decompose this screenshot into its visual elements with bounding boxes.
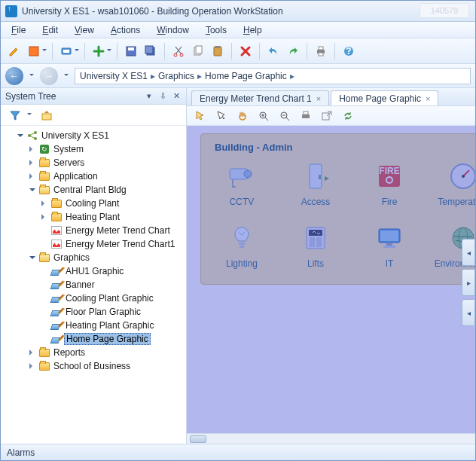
tree-label[interactable]: University X ES1 xyxy=(40,130,111,141)
tree-row[interactable]: Home Page Graphic xyxy=(4,332,186,346)
alarms-bar[interactable]: Alarms xyxy=(1,444,475,460)
tree-label[interactable]: Application xyxy=(52,171,99,182)
tree-row[interactable]: ↻System xyxy=(4,142,186,156)
dropdown-icon[interactable] xyxy=(41,42,47,60)
tile-it[interactable]: IT xyxy=(362,221,416,269)
new-button[interactable] xyxy=(90,42,108,60)
tile-lifts[interactable]: Lifts xyxy=(288,221,343,269)
dropdown-icon[interactable] xyxy=(74,42,80,60)
tree-label[interactable]: Energy Meter Trend Chart1 xyxy=(64,239,176,249)
tree-row[interactable]: Heating Plant Graphic xyxy=(4,319,186,332)
panel-menu-icon[interactable]: ▾ xyxy=(144,91,154,102)
tree-expander-icon[interactable] xyxy=(28,253,37,262)
tree-expander-icon[interactable] xyxy=(40,212,49,221)
help-button[interactable]: ? xyxy=(340,42,358,60)
menu-tools[interactable]: Tools xyxy=(201,23,231,37)
menu-view[interactable]: View xyxy=(70,23,99,37)
menu-file[interactable]: File xyxy=(7,23,30,37)
tree-row[interactable]: Graphics xyxy=(4,251,186,264)
tree-label[interactable]: System xyxy=(52,144,85,154)
menu-window[interactable]: Window xyxy=(152,23,194,37)
print-graphic-icon[interactable] xyxy=(297,107,315,125)
tree-label[interactable]: Central Plant Bldg xyxy=(52,185,128,195)
tree-row[interactable]: Cooling Plant xyxy=(4,197,186,210)
tree-expander-icon[interactable] xyxy=(28,185,37,194)
tile-access[interactable]: Access xyxy=(288,159,343,207)
tree-row[interactable]: School of Business xyxy=(4,359,186,373)
tree-row[interactable]: Servers xyxy=(4,156,186,169)
tree-row[interactable]: Floor Plan Graphic xyxy=(4,305,186,319)
tree-expander-icon[interactable] xyxy=(28,362,37,371)
breadcrumb-segment[interactable]: Home Page Graphic xyxy=(205,71,287,81)
menu-edit[interactable]: Edit xyxy=(38,23,63,37)
tab-close-icon[interactable]: × xyxy=(426,94,430,103)
tree-expander-icon[interactable] xyxy=(28,158,37,167)
delete-button[interactable] xyxy=(236,42,255,60)
dock-handle[interactable]: ◂ xyxy=(462,239,475,266)
tile-fire[interactable]: FIREFire xyxy=(362,159,416,207)
tab[interactable]: Home Page Graphic× xyxy=(331,90,438,105)
tree-label[interactable]: Cooling Plant xyxy=(64,198,121,209)
tree-expander-icon[interactable] xyxy=(28,145,37,154)
tree-label[interactable]: Cooling Plant Graphic xyxy=(64,293,155,304)
menu-actions[interactable]: Actions xyxy=(106,23,145,37)
zoom-in-icon[interactable] xyxy=(255,107,273,125)
tab[interactable]: Energy Meter Trend Chart 1× xyxy=(191,90,329,105)
tree-expander-icon[interactable] xyxy=(28,172,37,181)
export-icon[interactable] xyxy=(318,107,336,125)
menu-help[interactable]: Help xyxy=(239,23,267,37)
tree-row[interactable]: Central Plant Bldg xyxy=(4,183,186,197)
redo-button[interactable] xyxy=(284,42,302,60)
refresh-icon[interactable] xyxy=(339,107,357,125)
tile-cctv[interactable]: CCTV xyxy=(215,159,269,207)
system-tree[interactable]: University X ES1↻SystemServersApplicatio… xyxy=(1,126,186,444)
color-swatch-button[interactable] xyxy=(25,42,43,60)
filter-button[interactable] xyxy=(5,107,25,124)
tree-row[interactable]: Energy Meter Trend Chart1 xyxy=(4,237,186,251)
tree-label[interactable]: Graphics xyxy=(52,252,91,263)
cut-button[interactable] xyxy=(169,42,188,60)
tree-row[interactable]: Reports xyxy=(4,346,186,359)
zoom-out-icon[interactable] xyxy=(276,107,294,125)
edit-pencil-button[interactable] xyxy=(5,42,23,60)
paste-button[interactable] xyxy=(209,42,227,60)
breadcrumb-segment[interactable]: Graphics xyxy=(158,71,194,81)
dock-handle[interactable]: ◂ xyxy=(462,299,475,326)
tree-label[interactable]: Energy Meter Trend Chart xyxy=(64,225,172,236)
save-button[interactable] xyxy=(122,42,140,60)
undo-button[interactable] xyxy=(264,42,282,60)
pan-tool-icon[interactable] xyxy=(233,107,252,125)
panel-pin-icon[interactable]: ⇩ xyxy=(157,91,168,102)
tree-expander-icon[interactable] xyxy=(16,131,25,140)
nav-back-button[interactable]: ← xyxy=(5,67,23,85)
nav-forward-menu[interactable] xyxy=(63,67,70,85)
tile-temperature[interactable]: Temperature xyxy=(436,159,475,207)
tile-lighting[interactable]: Lighting xyxy=(215,221,269,269)
tree-row[interactable]: University X ES1 xyxy=(4,129,186,142)
dropdown-icon[interactable] xyxy=(26,106,32,124)
tree-label[interactable]: Floor Plan Graphic xyxy=(64,307,142,317)
select-tool-icon[interactable] xyxy=(212,107,230,125)
scrollbar-thumb[interactable] xyxy=(190,435,206,443)
tree-label[interactable]: School of Business xyxy=(52,361,132,371)
tree-row[interactable]: AHU1 Graphic xyxy=(4,264,186,278)
pointer-tool-icon[interactable] xyxy=(191,107,209,125)
tree-expander-icon[interactable] xyxy=(40,199,49,208)
tree-label[interactable]: Home Page Graphic xyxy=(64,333,151,345)
tree-row[interactable]: Application xyxy=(4,169,186,183)
tab-close-icon[interactable]: × xyxy=(316,94,321,103)
tree-label[interactable]: Banner xyxy=(64,279,96,290)
breadcrumb-segment[interactable]: University X ES1 xyxy=(80,71,148,81)
dock-handle[interactable]: ▸ xyxy=(462,269,475,296)
tree-label[interactable]: AHU1 Graphic xyxy=(64,266,125,276)
panel-close-icon[interactable]: ✕ xyxy=(171,91,182,102)
horizontal-scrollbar[interactable] xyxy=(187,433,475,444)
dropdown-icon[interactable] xyxy=(106,42,112,60)
tree-label[interactable]: Heating Plant xyxy=(64,212,121,222)
save-all-button[interactable] xyxy=(142,42,160,60)
tree-row[interactable]: Cooling Plant Graphic xyxy=(4,292,186,305)
graphic-viewport[interactable]: Building - Admin CCTVAccessFIREFireTempe… xyxy=(187,126,475,444)
print-button[interactable] xyxy=(312,42,330,60)
nav-back-menu[interactable] xyxy=(28,67,35,85)
tree-row[interactable]: Banner xyxy=(4,278,186,292)
